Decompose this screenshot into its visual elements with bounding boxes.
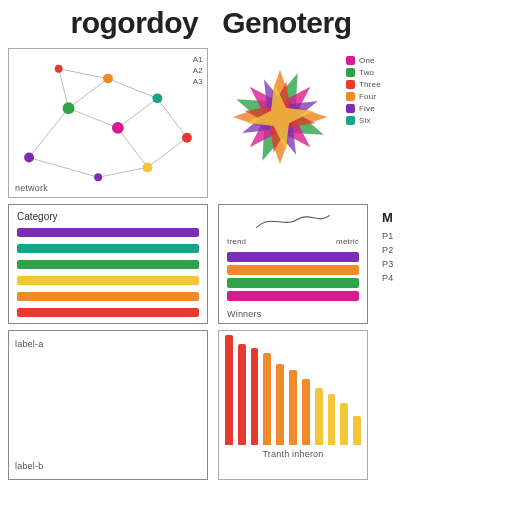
net-legend-0: A1 bbox=[193, 55, 203, 64]
starburst-legend: One Two Three Four Five Six bbox=[346, 56, 381, 125]
hbar bbox=[17, 308, 199, 317]
legend-item: Three bbox=[346, 80, 381, 89]
bar-chart-panel: Tranth inheron bbox=[218, 330, 368, 480]
spacer bbox=[378, 330, 512, 480]
svg-line-7 bbox=[108, 79, 157, 99]
swatch-icon bbox=[346, 56, 355, 65]
bar bbox=[238, 344, 246, 445]
starburst-panel: One Two Three Four Five Six bbox=[218, 48, 512, 198]
bottom-left-panel: label-a label-b bbox=[8, 330, 208, 480]
svg-line-3 bbox=[118, 98, 157, 128]
bar bbox=[328, 394, 336, 445]
net-legend-1: A2 bbox=[193, 66, 203, 75]
right-list: M P1 P2 P3 P4 bbox=[378, 204, 512, 324]
bar bbox=[353, 416, 361, 445]
hstripe-title: Category bbox=[17, 211, 199, 222]
svg-line-1 bbox=[69, 79, 108, 109]
hstripe-bars bbox=[17, 228, 199, 317]
page: rogordoy Genoterg bbox=[0, 0, 512, 512]
svg-point-13 bbox=[63, 102, 75, 114]
mid-bottom-label: Winners bbox=[227, 309, 261, 319]
svg-line-8 bbox=[29, 158, 98, 178]
svg-line-5 bbox=[118, 128, 148, 167]
bar bbox=[251, 348, 259, 445]
svg-line-6 bbox=[59, 69, 69, 108]
network-graph-icon bbox=[9, 49, 207, 197]
svg-point-14 bbox=[103, 74, 113, 84]
list-item: P1 bbox=[382, 231, 512, 241]
svg-line-11 bbox=[147, 138, 186, 168]
hbar bbox=[17, 228, 199, 237]
bar bbox=[315, 388, 323, 445]
hrow bbox=[227, 278, 359, 288]
bars bbox=[225, 335, 361, 445]
mid-mid-label: metric bbox=[336, 237, 359, 246]
svg-point-15 bbox=[112, 122, 124, 134]
bl-top: label-a bbox=[15, 339, 201, 349]
hbar bbox=[17, 276, 199, 285]
hstripe-panel: Category bbox=[8, 204, 208, 324]
svg-point-19 bbox=[94, 173, 102, 181]
hbar bbox=[17, 292, 199, 301]
hbar bbox=[17, 244, 199, 253]
legend-item: Four bbox=[346, 92, 381, 101]
list-item: P4 bbox=[382, 273, 512, 283]
legend-label: Five bbox=[359, 104, 375, 113]
bar bbox=[289, 370, 297, 445]
legend-item: Six bbox=[346, 116, 381, 125]
svg-point-16 bbox=[152, 93, 162, 103]
svg-line-4 bbox=[157, 98, 187, 137]
swatch-icon bbox=[346, 68, 355, 77]
svg-line-0 bbox=[29, 108, 68, 157]
bar bbox=[276, 364, 284, 445]
network-caption: network bbox=[15, 183, 48, 193]
title-left: rogordoy bbox=[70, 6, 198, 40]
network-legend: A1 A2 A3 bbox=[193, 55, 203, 86]
legend-item: Two bbox=[346, 68, 381, 77]
bar-xlabel: Tranth inheron bbox=[225, 449, 361, 459]
hrow bbox=[227, 291, 359, 301]
svg-line-2 bbox=[69, 108, 118, 128]
network-panel: A1 A2 A3 network bbox=[8, 48, 208, 198]
hrow bbox=[227, 252, 359, 262]
svg-point-20 bbox=[55, 65, 63, 73]
mid-stripes bbox=[227, 252, 359, 301]
title-right: Genoterg bbox=[222, 6, 351, 40]
legend-label: Two bbox=[359, 68, 374, 77]
grid: A1 A2 A3 network One Two Three bbox=[0, 44, 512, 488]
svg-point-18 bbox=[143, 162, 153, 172]
curve-icon bbox=[227, 211, 359, 231]
bar bbox=[225, 335, 233, 445]
legend-label: Six bbox=[359, 116, 371, 125]
swatch-icon bbox=[346, 116, 355, 125]
swatch-icon bbox=[346, 92, 355, 101]
swatch-icon bbox=[346, 104, 355, 113]
svg-point-12 bbox=[24, 153, 34, 163]
swatch-icon bbox=[346, 80, 355, 89]
title-row: rogordoy Genoterg bbox=[0, 0, 512, 44]
legend-label: One bbox=[359, 56, 375, 65]
hbar bbox=[17, 260, 199, 269]
svg-line-10 bbox=[59, 69, 108, 79]
net-legend-2: A3 bbox=[193, 77, 203, 86]
right-list-head: M bbox=[382, 210, 512, 225]
starburst-icon bbox=[220, 52, 340, 182]
legend-item: Five bbox=[346, 104, 381, 113]
bar bbox=[302, 379, 310, 445]
bar bbox=[263, 353, 271, 445]
legend-label: Three bbox=[359, 80, 381, 89]
bl-bottom: label-b bbox=[15, 461, 201, 471]
list-item: P2 bbox=[382, 245, 512, 255]
bar bbox=[340, 403, 348, 445]
legend-item: One bbox=[346, 56, 381, 65]
mid-top-label: trend bbox=[227, 237, 246, 246]
svg-point-17 bbox=[182, 133, 192, 143]
list-item: P3 bbox=[382, 259, 512, 269]
hrow bbox=[227, 265, 359, 275]
legend-label: Four bbox=[359, 92, 376, 101]
mid-panel: trend metric Winners bbox=[218, 204, 368, 324]
svg-line-9 bbox=[98, 167, 147, 177]
